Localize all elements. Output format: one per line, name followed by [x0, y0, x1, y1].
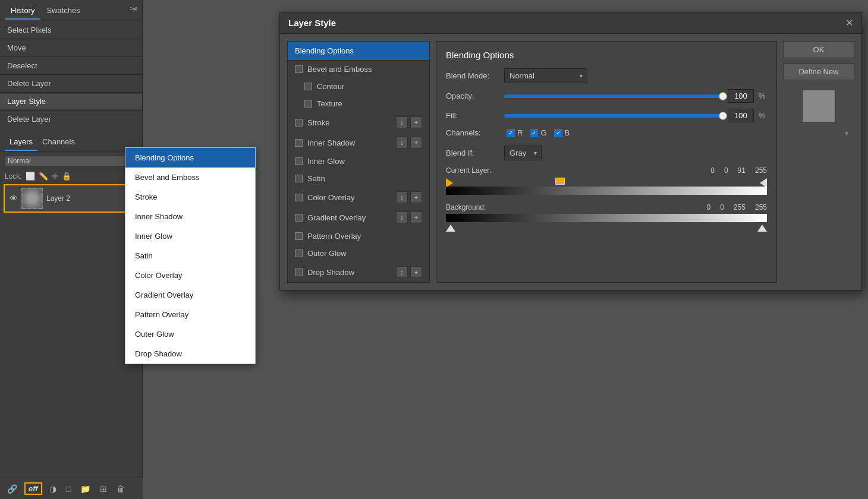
styles-checkbox-outer-glow[interactable] — [295, 250, 303, 257]
styles-label-color-overlay: Color Overlay — [307, 193, 354, 202]
color-overlay-up-btn[interactable]: ↕ — [396, 191, 408, 203]
lock-position-icon[interactable]: ✛ — [52, 172, 58, 181]
opacity-slider-track[interactable] — [504, 94, 723, 98]
history-item-delete-layer-2[interactable]: Delete Layer — [0, 112, 142, 127]
lock-image-icon[interactable]: ✏️ — [39, 172, 48, 181]
link-layers-button[interactable]: 🔗 — [5, 483, 20, 495]
inner-shadow-up-btn[interactable]: ↕ — [396, 137, 408, 149]
styles-checkbox-texture[interactable] — [304, 100, 312, 108]
tab-history[interactable]: History — [5, 4, 40, 20]
fill-slider-track[interactable] — [504, 114, 723, 118]
context-menu-satin[interactable]: Satin — [125, 246, 255, 266]
styles-checkbox-drop-shadow[interactable] — [295, 269, 303, 276]
define-new-button[interactable]: Define New — [783, 63, 854, 80]
history-item-delete-layer-1[interactable]: Delete Layer — [0, 76, 142, 91]
preview-swatch — [802, 90, 835, 123]
styles-item-drop-shadow[interactable]: Drop Shadow ↕ + — [288, 262, 429, 282]
channel-g-checkbox[interactable]: ✓ — [530, 129, 538, 137]
styles-checkbox-gradient-overlay[interactable] — [295, 214, 303, 222]
panel-menu-icon[interactable]: ≡ — [133, 5, 137, 14]
delete-layer-button[interactable]: 🗑 — [114, 483, 127, 495]
styles-item-satin[interactable]: Satin — [288, 170, 429, 187]
styles-checkbox-contour[interactable] — [304, 83, 312, 90]
styles-item-outer-glow[interactable]: Outer Glow — [288, 245, 429, 262]
styles-item-inner-glow[interactable]: Inner Glow — [288, 153, 429, 170]
blend-if-select[interactable]: Gray — [504, 146, 542, 160]
styles-checkbox-color-overlay[interactable] — [295, 194, 303, 201]
history-item-select-pixels[interactable]: Select Pixels — [0, 23, 142, 37]
context-menu-bevel-emboss[interactable]: Bevel and Emboss — [125, 168, 255, 187]
gradient-overlay-up-btn[interactable]: ↕ — [396, 211, 408, 223]
styles-checkbox-inner-glow[interactable] — [295, 157, 303, 165]
inner-shadow-add-btn[interactable]: + — [410, 137, 422, 149]
channel-b-checkbox[interactable]: ✓ — [554, 129, 562, 137]
new-fill-button[interactable]: □ — [64, 483, 73, 495]
color-overlay-add-btn[interactable]: + — [410, 191, 422, 203]
channel-b[interactable]: ✓ B — [554, 128, 570, 137]
history-item-deselect[interactable]: Deselect — [0, 58, 142, 73]
current-layer-gradient-bar[interactable] — [446, 187, 767, 195]
bg-left-handle[interactable] — [446, 225, 455, 232]
lock-transparency-icon[interactable]: ⬜ — [26, 172, 35, 181]
context-menu-stroke[interactable]: Stroke — [125, 187, 255, 207]
background-gradient-bar[interactable] — [446, 214, 767, 222]
styles-item-stroke[interactable]: Stroke ↕ + — [288, 112, 429, 132]
fill-slider-thumb[interactable] — [719, 112, 727, 120]
styles-checkbox-pattern-overlay[interactable] — [295, 232, 303, 240]
new-layer-button[interactable]: ⊞ — [98, 483, 109, 495]
context-menu-gradient-overlay[interactable]: Gradient Overlay — [125, 285, 255, 305]
layer-visibility-eye[interactable]: 👁 — [10, 194, 18, 203]
gradient-overlay-add-btn[interactable]: + — [410, 211, 422, 223]
center-panel: Blending Options Blend Mode: Normal Opac… — [436, 41, 777, 283]
context-menu-pattern-overlay[interactable]: Pattern Overlay — [125, 305, 255, 324]
context-menu-inner-shadow[interactable]: Inner Shadow — [125, 207, 255, 226]
ok-button[interactable]: OK — [783, 41, 854, 58]
styles-blending-options-header[interactable]: Blending Options — [288, 42, 429, 61]
styles-checkbox-stroke[interactable] — [295, 119, 303, 127]
layer-blend-mode-select[interactable]: Normal — [5, 155, 139, 167]
history-item-layer-style[interactable]: Layer Style — [0, 94, 142, 109]
tab-channels[interactable]: Channels — [37, 135, 80, 151]
tab-swatches[interactable]: Swatches — [40, 4, 86, 20]
opacity-slider-thumb[interactable] — [719, 92, 727, 100]
current-layer-values: 0 0 91 255 — [710, 166, 767, 175]
layer-row[interactable]: 👁 Layer 2 — [4, 184, 139, 213]
blend-mode-select[interactable]: Normal — [504, 68, 587, 83]
styles-item-bevel-emboss[interactable]: Bevel and Emboss — [288, 61, 429, 78]
context-menu-outer-glow[interactable]: Outer Glow — [125, 324, 255, 344]
styles-item-pattern-overlay[interactable]: Pattern Overlay — [288, 228, 429, 245]
dialog-close-button[interactable]: ✕ — [845, 17, 853, 29]
fx-button[interactable]: eff — [24, 482, 42, 495]
context-menu-drop-shadow[interactable]: Drop Shadow — [125, 344, 255, 364]
styles-item-contour[interactable]: Contour — [288, 78, 429, 95]
opacity-value-input[interactable] — [728, 89, 754, 103]
drop-shadow-up-btn[interactable]: ↕ — [396, 266, 408, 278]
blend-if-select-wrapper: Gray — [504, 146, 542, 160]
drop-shadow-add-btn[interactable]: + — [410, 266, 422, 278]
styles-checkbox-satin[interactable] — [295, 175, 303, 182]
channel-r-checkbox[interactable]: ✓ — [507, 129, 515, 137]
styles-item-inner-shadow[interactable]: Inner Shadow ↕ + — [288, 132, 429, 153]
channel-g[interactable]: ✓ G — [530, 128, 546, 137]
channel-r[interactable]: ✓ R — [507, 128, 523, 137]
context-menu-inner-glow[interactable]: Inner Glow — [125, 226, 255, 246]
bg-right-handle[interactable] — [757, 225, 767, 232]
fill-value-input[interactable] — [728, 109, 754, 122]
context-menu-blending-options[interactable]: Blending Options — [125, 148, 255, 168]
background-val-0: 0 — [707, 203, 711, 211]
styles-item-gradient-overlay[interactable]: Gradient Overlay ↕ + — [288, 207, 429, 228]
new-group-button[interactable]: 📁 — [78, 483, 93, 495]
styles-checkbox-bevel[interactable] — [295, 65, 303, 73]
adjustment-layer-button[interactable]: ◑ — [47, 483, 59, 495]
styles-item-color-overlay[interactable]: Color Overlay ↕ + — [288, 187, 429, 207]
styles-checkbox-inner-shadow[interactable] — [295, 139, 303, 147]
current-layer-mid-handle[interactable] — [555, 178, 565, 185]
history-item-move[interactable]: Move — [0, 40, 142, 55]
context-menu-color-overlay[interactable]: Color Overlay — [125, 266, 255, 285]
stroke-up-btn[interactable]: ↕ — [396, 116, 408, 128]
styles-item-texture[interactable]: Texture — [288, 95, 429, 112]
stroke-add-btn[interactable]: + — [410, 116, 422, 128]
styles-list: Blending Options Bevel and Emboss Contou… — [287, 41, 430, 283]
lock-all-icon[interactable]: 🔒 — [62, 172, 71, 181]
tab-layers[interactable]: Layers — [5, 135, 37, 151]
